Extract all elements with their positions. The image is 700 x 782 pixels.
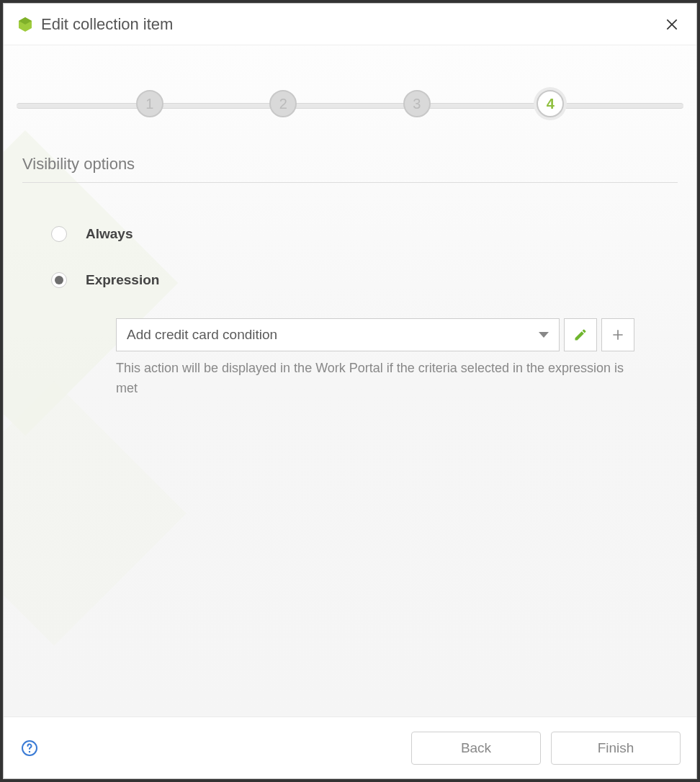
wizard-stepper: 1 2 3 4	[4, 45, 696, 117]
edit-collection-dialog: Edit collection item 1 2 3 4 Visibility …	[3, 3, 697, 779]
plus-icon	[611, 328, 625, 342]
expression-dropdown[interactable]: Add credit card condition	[116, 318, 560, 351]
radio-always-label: Always	[86, 226, 133, 242]
svg-point-3	[29, 750, 30, 752]
radio-always[interactable]: Always	[51, 226, 663, 242]
radio-expression-label: Expression	[86, 272, 159, 288]
radio-expression[interactable]: Expression	[51, 272, 663, 288]
titlebar: Edit collection item	[4, 4, 696, 45]
step-2[interactable]: 2	[269, 90, 297, 117]
steps-container: 1 2 3 4	[4, 90, 696, 117]
step-3[interactable]: 3	[403, 90, 431, 117]
visibility-section: Visibility options Always Expression Add…	[4, 117, 696, 399]
dialog-content: 1 2 3 4 Visibility options Always Expres…	[4, 45, 696, 716]
expression-block: Add credit card condition This action wi…	[51, 318, 663, 399]
pencil-icon	[573, 328, 588, 342]
step-4[interactable]: 4	[537, 90, 564, 117]
section-title: Visibility options	[22, 155, 678, 183]
close-button[interactable]	[660, 13, 683, 36]
chevron-down-icon	[539, 332, 549, 338]
visibility-options: Always Expression Add credit card condit…	[22, 183, 678, 399]
step-1[interactable]: 1	[136, 90, 163, 117]
expression-dropdown-value: Add credit card condition	[127, 327, 277, 343]
decorative-shape	[4, 381, 187, 646]
back-button[interactable]: Back	[411, 732, 541, 765]
edit-expression-button[interactable]	[564, 318, 597, 351]
help-button[interactable]	[19, 738, 40, 758]
finish-button[interactable]: Finish	[551, 732, 681, 765]
add-expression-button[interactable]	[601, 318, 634, 351]
dialog-footer: Back Finish	[4, 716, 696, 778]
expression-helper-text: This action will be displayed in the Wor…	[116, 359, 634, 399]
close-icon	[665, 17, 679, 32]
radio-always-control[interactable]	[51, 226, 67, 242]
help-icon	[21, 740, 38, 757]
dialog-title: Edit collection item	[41, 15, 660, 34]
expression-controls: Add credit card condition	[116, 318, 634, 351]
radio-expression-control[interactable]	[51, 272, 67, 288]
bizagi-logo-icon	[17, 16, 34, 33]
